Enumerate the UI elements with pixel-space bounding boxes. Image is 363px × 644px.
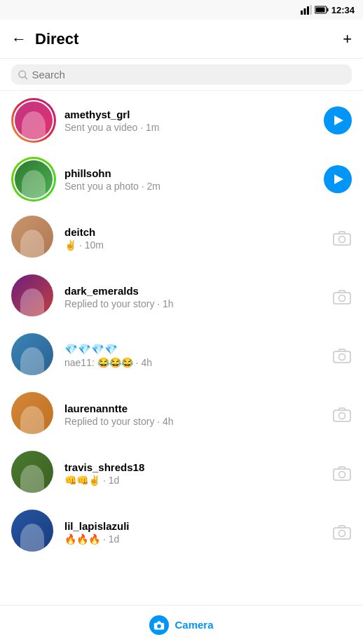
avatar	[11, 98, 56, 143]
camera-action-icon[interactable]	[332, 346, 352, 365]
message-content: travis_shreds18👊👊✌️ · 1d	[64, 461, 324, 486]
svg-rect-3	[310, 5, 312, 15]
page-title: Direct	[35, 30, 343, 48]
list-item[interactable]: travis_shreds18👊👊✌️ · 1d	[0, 444, 363, 503]
avatar	[11, 333, 56, 378]
svg-point-12	[339, 295, 345, 302]
message-content: amethyst_grlSent you a video · 1m	[64, 108, 315, 133]
message-preview: 👊👊✌️ · 1d	[64, 475, 324, 486]
header: ← Direct +	[0, 20, 363, 59]
message-username: 💎💎💎💎	[64, 343, 324, 356]
message-preview: Replied to your story · 1h	[64, 298, 324, 309]
play-icon	[334, 115, 343, 125]
play-icon	[334, 174, 343, 184]
message-action[interactable]	[324, 106, 352, 134]
message-preview: Replied to your story · 4h	[64, 416, 324, 427]
svg-rect-2	[307, 6, 309, 15]
camera-action-icon[interactable]	[332, 522, 352, 542]
message-content: phillsohnSent you a photo · 2m	[64, 167, 315, 192]
status-bar: 12:34	[0, 0, 363, 20]
svg-rect-1	[303, 8, 306, 15]
message-action[interactable]	[332, 228, 352, 248]
message-username: dark_emeralds	[64, 285, 324, 297]
message-list: amethyst_grlSent you a video · 1mphillso…	[0, 91, 363, 561]
signal-icon	[301, 5, 312, 15]
message-content: laurenanntteReplied to your story · 4h	[64, 402, 324, 427]
svg-rect-0	[301, 10, 303, 15]
svg-marker-23	[157, 621, 161, 622]
message-action[interactable]	[332, 346, 352, 365]
camera-action-icon[interactable]	[332, 463, 352, 483]
svg-rect-19	[334, 528, 350, 539]
svg-rect-6	[315, 8, 324, 13]
search-icon	[18, 70, 27, 80]
battery-icon	[315, 6, 329, 14]
svg-point-14	[339, 354, 345, 360]
play-button[interactable]	[324, 106, 352, 134]
svg-rect-9	[334, 234, 350, 245]
list-item[interactable]: 💎💎💎💎nae11: 😂😂😂 · 4h	[0, 326, 363, 385]
list-item[interactable]: phillsohnSent you a photo · 2m	[0, 150, 363, 209]
search-wrapper	[11, 64, 352, 85]
svg-rect-17	[334, 469, 350, 480]
message-username: lil_lapislazuli	[64, 520, 324, 532]
list-item[interactable]: deitch✌️ · 10m	[0, 209, 363, 267]
camera-bottom-icon	[149, 615, 169, 635]
message-username: amethyst_grl	[64, 108, 315, 120]
message-username: laurenanntte	[64, 402, 324, 414]
svg-rect-15	[334, 410, 350, 421]
camera-action-icon[interactable]	[332, 287, 352, 307]
camera-action-icon[interactable]	[332, 405, 352, 424]
svg-line-8	[25, 76, 27, 78]
play-button[interactable]	[324, 165, 352, 193]
message-action[interactable]	[332, 463, 352, 483]
search-container	[0, 59, 363, 91]
list-item[interactable]: amethyst_grlSent you a video · 1m	[0, 91, 363, 150]
svg-point-16	[339, 413, 345, 419]
message-preview: Sent you a video · 1m	[64, 122, 315, 133]
message-preview: ✌️ · 10m	[64, 239, 324, 251]
list-item[interactable]: laurenanntteReplied to your story · 4h	[0, 385, 363, 444]
message-username: deitch	[64, 226, 324, 238]
message-preview: Sent you a photo · 2m	[64, 181, 315, 192]
avatar	[11, 510, 56, 554]
avatar	[11, 392, 56, 437]
add-button[interactable]: +	[343, 30, 352, 48]
message-username: phillsohn	[64, 167, 315, 179]
avatar	[11, 216, 56, 260]
list-item[interactable]: dark_emeraldsReplied to your story · 1h	[0, 267, 363, 326]
svg-rect-13	[334, 351, 350, 363]
avatar	[11, 274, 56, 319]
camera-action-icon[interactable]	[332, 228, 352, 248]
svg-point-20	[339, 531, 345, 537]
svg-rect-11	[334, 293, 350, 304]
message-preview: nae11: 😂😂😂 · 4h	[64, 357, 324, 368]
message-action[interactable]	[324, 165, 352, 193]
svg-point-22	[158, 624, 162, 628]
message-content: 💎💎💎💎nae11: 😂😂😂 · 4h	[64, 343, 324, 368]
bottom-bar: Camera	[0, 605, 363, 644]
avatar	[11, 157, 56, 202]
message-action[interactable]	[332, 405, 352, 424]
svg-point-18	[339, 472, 345, 478]
message-action[interactable]	[332, 522, 352, 542]
status-icons: 12:34	[301, 5, 355, 15]
status-time: 12:34	[331, 5, 355, 15]
search-input[interactable]	[32, 69, 345, 80]
list-item[interactable]: lil_lapislazuli🔥🔥🔥 · 1d	[0, 503, 363, 561]
svg-point-10	[339, 237, 345, 243]
message-action[interactable]	[332, 287, 352, 307]
avatar	[11, 451, 56, 496]
message-content: dark_emeraldsReplied to your story · 1h	[64, 285, 324, 309]
camera-label[interactable]: Camera	[174, 619, 213, 631]
message-content: lil_lapislazuli🔥🔥🔥 · 1d	[64, 520, 324, 545]
message-content: deitch✌️ · 10m	[64, 226, 324, 251]
camera-icon-bottom	[153, 620, 165, 630]
back-button[interactable]: ←	[11, 30, 27, 48]
message-preview: 🔥🔥🔥 · 1d	[64, 533, 324, 545]
svg-rect-5	[327, 8, 328, 12]
message-username: travis_shreds18	[64, 461, 324, 473]
